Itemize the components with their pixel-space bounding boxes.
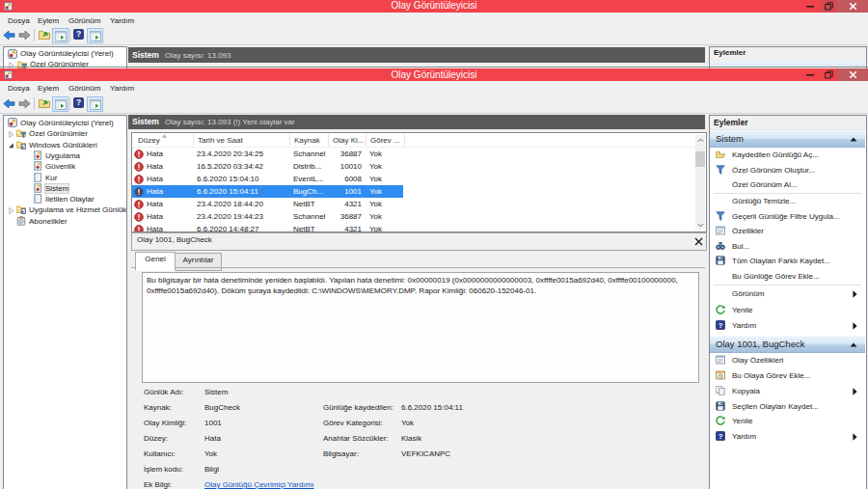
action-label: Yenile	[732, 306, 753, 314]
action-create-custom-view[interactable]: Özel Görünüm Oluştur...	[711, 163, 864, 177]
action-attach-task-to-event[interactable]: Bu Olaya Görev Ekle...	[711, 368, 864, 383]
action-filter-current-log[interactable]: Geçerli Günlüğe Filtre Uygula...	[711, 209, 864, 224]
action-attach-task-to-log[interactable]: Bu Günlüğe Görev Ekle...	[711, 269, 864, 284]
error-icon	[134, 162, 144, 172]
event-row[interactable]: Hata 6.6.2020 15:04:10 EventL... 6008 Yo…	[132, 173, 693, 185]
action-properties[interactable]: Özellikler	[711, 224, 864, 238]
column-olay-kimligi[interactable]: Olay Ki...	[333, 136, 364, 145]
collapse-icon[interactable]	[850, 137, 857, 142]
bg-menu-eylem[interactable]: Eylem	[38, 14, 59, 27]
tree-item-custom-views[interactable]: Özel Görünümler	[4, 128, 124, 139]
column-kaynak[interactable]: Kaynak	[294, 136, 320, 145]
event-row[interactable]: Hata 6.6.2020 14:48:27 NetBT 4321 Yok	[132, 223, 693, 232]
help-icon[interactable]	[73, 97, 84, 108]
expander-icon[interactable]	[8, 130, 14, 139]
cell-source: NetBT	[293, 225, 315, 232]
cell-level: Hata	[147, 200, 163, 208]
cell-event-id: 10010	[327, 162, 362, 171]
menu-gorunum[interactable]: Görünüm	[68, 81, 100, 95]
bg-menu-gorunum[interactable]: Görünüm	[68, 14, 100, 27]
action-label: Geçerli Günlüğe Filtre Uygula...	[732, 212, 840, 221]
action-copy[interactable]: Kopyala	[711, 384, 864, 398]
scrollbar-thumb[interactable]	[695, 151, 705, 167]
collapse-icon[interactable]	[850, 342, 857, 347]
action-save-all-events[interactable]: Tüm Olayları Farklı Kaydet...	[711, 254, 864, 268]
minimize-button[interactable]	[803, 68, 818, 81]
bg-tree-root[interactable]: Olay Görüntüleyicisi (Yerel)	[20, 49, 114, 58]
submenu-arrow-icon	[853, 433, 857, 441]
scroll-down-icon[interactable]	[695, 220, 705, 230]
refresh-icon	[716, 305, 725, 314]
submenu-arrow-icon	[853, 322, 857, 330]
event-row[interactable]: Hata 16.5.2020 03:34:42 Distrib... 10010…	[132, 160, 693, 173]
tree-item-application[interactable]: Uygulama	[4, 150, 124, 161]
actions-section-sistem[interactable]: Sistem	[710, 130, 865, 148]
scroll-up-icon[interactable]	[695, 135, 705, 145]
action-find[interactable]: Bul...	[711, 239, 864, 254]
action-help[interactable]: Yardım	[711, 318, 864, 333]
column-tarih[interactable]: Tarih ve Saat	[198, 136, 243, 145]
menu-yardim[interactable]: Yardım	[110, 81, 134, 95]
console-tree-icon[interactable]	[52, 28, 68, 43]
restore-button[interactable]	[820, 68, 837, 81]
tree-item-windows-logs[interactable]: Windows Günlükleri	[4, 140, 124, 150]
event-row-selected[interactable]: Hata 6.6.2020 15:04:11 BugCh... 1001 Yok	[132, 185, 693, 198]
tree-item-root[interactable]: Olay Görüntüleyicisi (Yerel)	[4, 118, 124, 128]
action-refresh[interactable]: Yenile	[711, 303, 864, 317]
tree-item-forwarded-events[interactable]: İletilen Olaylar	[4, 194, 124, 204]
list-scrollbar[interactable]	[695, 135, 705, 230]
cell-level: Hata	[147, 225, 163, 232]
bg-minimize-button[interactable]	[803, 0, 818, 13]
back-icon[interactable]	[3, 30, 15, 41]
tab-ayrintilar[interactable]: Ayrıntılar	[175, 253, 222, 271]
event-row[interactable]: Hata 23.4.2020 18:44:20 NetBT 4321 Yok	[132, 198, 693, 210]
field-label: Günlük Adı:	[144, 388, 183, 396]
tab-genel[interactable]: Genel	[135, 252, 176, 271]
close-button[interactable]	[837, 68, 868, 81]
back-icon[interactable]	[3, 98, 15, 109]
forward-icon[interactable]	[18, 98, 31, 109]
action-event-properties[interactable]: Olay Özellikleri	[711, 353, 864, 367]
column-duzey[interactable]: Düzey	[138, 136, 160, 145]
expander-icon[interactable]	[8, 141, 14, 149]
bg-close-button[interactable]	[837, 0, 868, 13]
open-folder-icon	[716, 149, 725, 159]
menu-dosya[interactable]: Dosya	[8, 81, 30, 95]
action-save-selected-events[interactable]: Seçilen Olayları Kaydet...	[711, 399, 864, 414]
event-row[interactable]: Hata 23.4.2020 19:44:23 Schannel 36887 Y…	[132, 210, 693, 223]
action-pane-icon[interactable]	[87, 28, 103, 43]
action-open-saved-log[interactable]: Kaydedilen Günlüğü Aç...	[711, 148, 864, 162]
tree-item-system[interactable]: Sistem	[4, 183, 124, 194]
console-tree-icon[interactable]	[52, 96, 68, 112]
menu-eylem[interactable]: Eylem	[38, 81, 59, 95]
bg-menu-dosya[interactable]: Dosya	[8, 14, 30, 27]
action-view[interactable]: Görünüm	[711, 286, 864, 301]
open-saved-log-icon[interactable]	[39, 29, 50, 41]
forward-icon[interactable]	[18, 30, 31, 41]
open-saved-log-icon[interactable]	[39, 97, 50, 109]
cell-level: Hata	[147, 187, 163, 196]
action-import-custom-view[interactable]: Özel Görünüm Al...	[711, 177, 864, 192]
tree-item-security[interactable]: Güvenlik	[4, 161, 124, 172]
action-refresh-event[interactable]: Yenile	[711, 414, 864, 428]
expander-icon[interactable]	[8, 206, 14, 215]
action-clear-log[interactable]: Günlüğü Temizle...	[711, 194, 864, 208]
tree-item-subscriptions[interactable]: Abonelikler	[4, 216, 124, 227]
bg-list-header-title: Sistem	[132, 50, 159, 60]
action-help-event[interactable]: Yardım	[711, 429, 864, 444]
event-description-box[interactable]: Bu bilgisayar bir hata denetiminde yenid…	[142, 272, 699, 383]
tree-item-setup[interactable]: Kur	[4, 173, 124, 183]
action-pane-icon[interactable]	[87, 96, 103, 112]
event-log-online-help-link[interactable]: Olay Günlüğü Çevrimiçi Yardımı	[204, 480, 314, 489]
help-icon[interactable]	[73, 29, 84, 40]
cell-task: Yok	[369, 212, 382, 221]
bg-menu-yardim[interactable]: Yardım	[110, 14, 134, 27]
event-row[interactable]: Hata 23.4.2020 20:34:25 Schannel 36887 Y…	[132, 148, 693, 160]
cell-date: 23.4.2020 18:44:20	[197, 200, 263, 208]
detail-close-icon[interactable]	[694, 237, 703, 246]
bg-restore-button[interactable]	[820, 0, 837, 13]
titlebar[interactable]: Olay Görüntüleyicisi	[0, 68, 868, 81]
column-gorev[interactable]: Görev ...	[370, 136, 400, 145]
tree-item-app-service-logs[interactable]: Uygulama ve Hizmet Günlükleri	[4, 204, 124, 215]
actions-section-event[interactable]: Olay 1001, BugCheck	[710, 336, 865, 353]
